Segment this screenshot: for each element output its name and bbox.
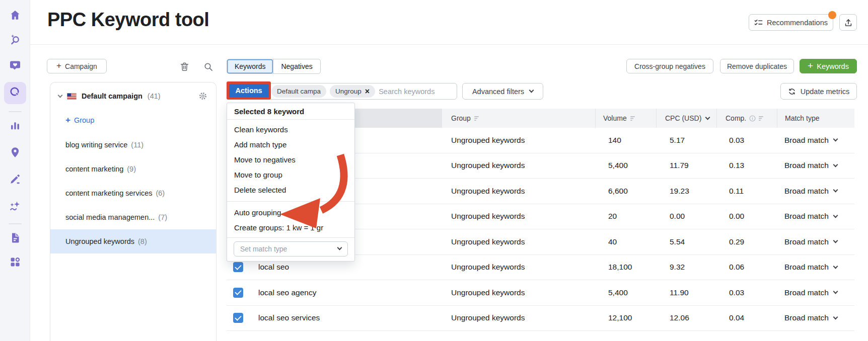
campaign-name: Default campaign	[82, 92, 142, 100]
sort-icon[interactable]	[759, 116, 765, 121]
keyword-cell: local seo services	[258, 313, 320, 322]
match-type-dropdown[interactable]: Broad match	[777, 288, 854, 297]
sidebar-item-home[interactable]	[4, 5, 26, 27]
group-cell: Ungrouped keywords	[442, 161, 595, 170]
tab-negatives[interactable]: Negatives	[273, 59, 320, 73]
selected-count-header: Selected 8 keyword	[227, 103, 354, 120]
menu-item-clean-keywords[interactable]: Clean keywords	[227, 122, 354, 137]
keyword-cell: local seo agency	[258, 288, 316, 297]
analytics-bars-icon	[9, 120, 21, 134]
menu-item-add-match-type[interactable]: Add match type	[227, 137, 354, 152]
actions-button[interactable]: Actions	[229, 84, 269, 98]
group-cell: Ungrouped keywords	[442, 237, 595, 246]
volume-cell: 5,400	[595, 161, 656, 170]
match-type-dropdown[interactable]: Broad match	[777, 237, 854, 246]
match-type-dropdown[interactable]: Broad match	[777, 212, 854, 221]
add-keywords-button[interactable]: + Keywords	[800, 59, 857, 73]
advanced-filters-button[interactable]: Advanced filters	[462, 83, 543, 100]
match-type-dropdown[interactable]: Broad match	[777, 161, 854, 170]
campaign-count: (41)	[148, 92, 161, 100]
volume-cell: 5,400	[595, 288, 656, 297]
filter-chip-campaign[interactable]: Default campa	[271, 85, 326, 98]
column-header-group[interactable]: Group	[442, 109, 595, 128]
volume-cell: 6,600	[595, 187, 656, 196]
remove-duplicates-button[interactable]: Remove duplicates	[720, 59, 794, 73]
sidebar-item-more-tools[interactable]	[4, 252, 26, 274]
cross-group-negatives-button[interactable]: Cross-group negatives	[626, 59, 713, 73]
group-item-ungrouped-keywords[interactable]: Ungrouped keywords (8)	[50, 229, 216, 253]
add-campaign-button[interactable]: + Campaign	[47, 59, 107, 73]
chevron-down-icon	[833, 137, 838, 142]
menu-item-auto-grouping[interactable]: Auto grouping	[227, 205, 354, 220]
menu-item-move-to-negatives[interactable]: Move to negatives	[227, 152, 354, 167]
sidebar-item-rank-tracking[interactable]	[4, 29, 26, 51]
group-cell: Ungrouped keywords	[442, 212, 595, 221]
export-button[interactable]	[839, 14, 857, 31]
sidebar-item-local-marketing[interactable]	[4, 142, 26, 164]
sidebar-item-analytics[interactable]	[4, 116, 26, 138]
comp-cell: 0.06	[716, 263, 777, 272]
add-campaign-label: Campaign	[65, 62, 97, 70]
row-checkbox[interactable]	[233, 288, 243, 298]
tab-keywords[interactable]: Keywords	[227, 59, 273, 73]
column-header-comp[interactable]: Comp.	[716, 109, 777, 128]
feedback-heart-icon	[9, 59, 21, 73]
ppc-keyword-tool-screen: PPC Keyword tool Recommendations + Campa…	[0, 0, 868, 341]
group-cell: Ungrouped keywords	[442, 263, 595, 272]
campaign-row[interactable]: Default campaign (41)	[50, 89, 216, 104]
column-header-cpc[interactable]: CPC (USD)	[656, 109, 716, 128]
sidebar-item-feedback[interactable]	[4, 55, 26, 77]
sidebar-divider	[9, 223, 22, 224]
search-keywords-input[interactable]	[379, 88, 452, 96]
sort-icon[interactable]	[630, 116, 637, 121]
content-pencil-icon	[9, 173, 21, 187]
sidebar-item-ai-tools[interactable]	[4, 196, 26, 218]
search-campaigns-button[interactable]	[201, 60, 214, 73]
set-match-type-select[interactable]: Set match type	[234, 241, 348, 257]
comp-cell: 0.13	[716, 161, 777, 170]
local-marketing-pin-icon	[9, 146, 21, 160]
comp-cell: 0.00	[716, 212, 777, 221]
recommendations-button[interactable]: Recommendations	[749, 14, 833, 31]
group-item-content-marketing[interactable]: content marketing (9)	[50, 157, 216, 181]
menu-item-move-to-group[interactable]: Move to group	[227, 167, 354, 182]
volume-cell: 18,100	[595, 263, 656, 272]
filter-chip-group[interactable]: Ungroup ×	[330, 85, 375, 98]
comp-cell: 0.11	[716, 187, 777, 196]
chevron-down-icon	[833, 314, 838, 319]
info-icon[interactable]	[749, 115, 756, 122]
add-group-button[interactable]: + Group	[65, 115, 94, 126]
match-type-dropdown[interactable]: Broad match	[777, 313, 854, 322]
chevron-down-icon[interactable]	[58, 93, 63, 98]
chevron-down-icon[interactable]	[705, 115, 710, 120]
campaign-tree-panel: Default campaign (41) + Group blog writi…	[50, 82, 216, 341]
row-checkbox[interactable]	[233, 262, 243, 272]
chevron-down-icon	[833, 289, 838, 294]
keyword-filter-box[interactable]: Default campa Ungroup ×	[266, 83, 457, 100]
search-icon	[203, 61, 213, 72]
match-type-dropdown[interactable]: Broad match	[777, 136, 854, 145]
delete-campaign-button[interactable]	[178, 60, 191, 73]
remove-chip-icon[interactable]: ×	[365, 88, 370, 96]
sidebar-item-ppc-tool[interactable]	[4, 82, 26, 104]
keywords-negatives-tabs: Keywords Negatives	[227, 59, 321, 74]
menu-item-delete-selected[interactable]: Delete selected	[227, 182, 354, 197]
table-row: local seo services Ungrouped keywords 12…	[227, 306, 854, 331]
group-item-content-marketing-services[interactable]: content marketing services (6)	[50, 181, 216, 205]
export-icon	[844, 18, 853, 27]
match-type-dropdown[interactable]: Broad match	[777, 263, 854, 272]
gear-icon[interactable]	[198, 91, 208, 101]
group-item-blog-writing-service[interactable]: blog writing service (11)	[50, 133, 216, 157]
group-item-social-media-management[interactable]: social media managemen... (7)	[50, 205, 216, 229]
cpc-cell: 11.90	[656, 288, 716, 297]
match-type-dropdown[interactable]: Broad match	[777, 187, 854, 196]
column-header-volume[interactable]: Volume	[595, 109, 656, 128]
menu-item-create-groups[interactable]: Create groups: 1 kw = 1 gr	[227, 220, 354, 235]
sort-icon[interactable]	[474, 116, 481, 121]
sidebar-item-content-editor[interactable]	[4, 169, 26, 191]
volume-cell: 140	[595, 136, 656, 145]
row-checkbox[interactable]	[233, 313, 243, 323]
volume-cell: 20	[595, 212, 656, 221]
sidebar-item-reports[interactable]	[4, 228, 26, 250]
update-metrics-button[interactable]: Update metrics	[780, 83, 857, 100]
